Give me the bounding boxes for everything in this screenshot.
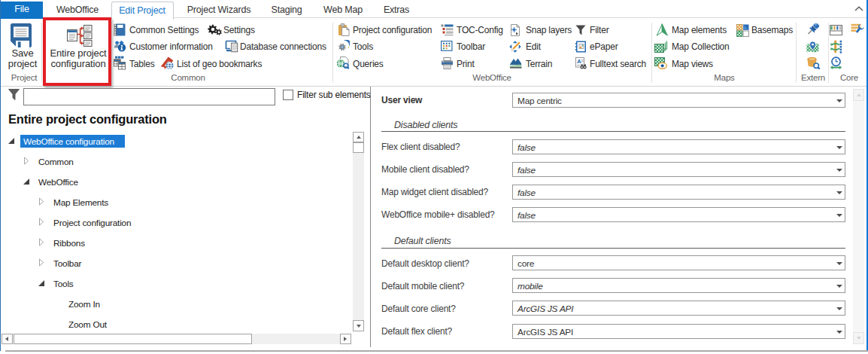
svg-text:A: A xyxy=(577,58,581,65)
